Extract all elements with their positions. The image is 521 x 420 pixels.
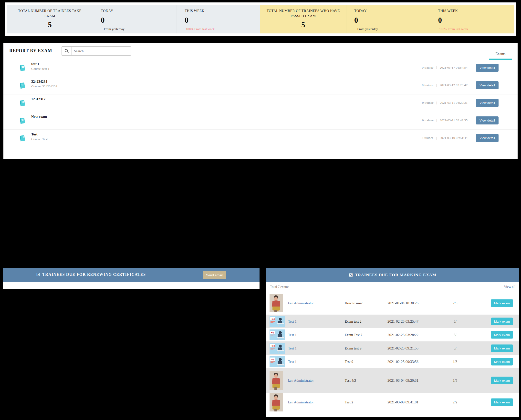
- marking-row: HQC Test 1 Test 9 2021-02-25 09:33:56 1/…: [266, 355, 519, 368]
- exam-date: 2021-03-12 03:20:47: [440, 83, 468, 87]
- exam-name: 12312312: [31, 97, 45, 101]
- book-icon: [18, 117, 27, 126]
- mark-exam-button[interactable]: Mark exam: [491, 331, 513, 338]
- exam-datetime: 2021-02-25 09:21:55: [387, 346, 418, 350]
- send-email-button[interactable]: Send email: [203, 271, 226, 279]
- stat-today-value: 0: [101, 16, 177, 25]
- renewing-panel-body: [3, 282, 260, 289]
- stat-week-value: 0: [438, 16, 514, 25]
- exam-row: Test Course: Test 1 trainee | 2021-03-10…: [3, 130, 518, 147]
- exam-row: 324234234 Course: 324234234 0 trainee | …: [3, 77, 518, 94]
- exam-score: 5/: [446, 346, 464, 350]
- stat-card-passed-exam: TOTAL NUMBER OF TRAINEES WHO HAVE PASSED…: [260, 5, 514, 33]
- course-logo-avatar: HQC: [270, 329, 285, 340]
- stat-passed-week: THIS WEEK 0 -100% From last week: [430, 5, 514, 33]
- mark-exam-button[interactable]: Mark exam: [491, 399, 513, 406]
- checkbox-icon: ☑: [349, 273, 353, 277]
- exam-date: 2021-03-11 04:20:31: [440, 101, 468, 104]
- stat-title: TOTAL NUMBER OF TRAINEES WHO HAVE PASSED…: [266, 8, 340, 19]
- trainee-name-link[interactable]: Test 1: [288, 346, 297, 350]
- book-icon: [18, 82, 27, 91]
- trainee-photo-avatar: [270, 393, 283, 411]
- trainee-name-link[interactable]: Test 1: [288, 333, 297, 337]
- exam-datetime: 2021-02-25 03:25:47: [387, 319, 418, 323]
- marking-exam-panel: ☑TRAINEES DUE FOR MARKING EXAM Total 7 e…: [266, 268, 519, 417]
- stat-week-change: -100% From last week: [185, 27, 260, 31]
- exam-title: Exam test 9: [345, 346, 361, 350]
- exam-course: Course: test 1: [31, 67, 49, 71]
- exam-search-input[interactable]: [72, 47, 131, 55]
- stat-week-change: -100% From last week: [438, 27, 514, 31]
- stats-bar: TOTAL NUMBER OF TRAINEES TAKE EXAM 5 TOD…: [5, 2, 516, 36]
- book-icon: [18, 134, 27, 143]
- stat-passed-total: TOTAL NUMBER OF TRAINEES WHO HAVE PASSED…: [260, 5, 346, 33]
- marking-summary: Total 7 exams View all: [266, 282, 519, 292]
- marking-title-text: TRAINEES DUE FOR MARKING EXAM: [355, 273, 436, 277]
- exam-title: Test 9: [345, 359, 353, 364]
- marking-row: ken Administrator Test 4/3 2021-03-04 09…: [266, 368, 519, 393]
- stat-today-label: TODAY: [101, 8, 177, 13]
- svg-text:HQC: HQC: [271, 345, 275, 347]
- exam-title: Test 2: [345, 400, 353, 404]
- exam-title: Exam Test 7: [345, 333, 362, 337]
- meta-separator: |: [436, 136, 437, 140]
- total-exams-label: Total 7 exams: [270, 285, 289, 289]
- mark-exam-button[interactable]: Mark exam: [491, 344, 513, 352]
- trainee-name-link[interactable]: Test 1: [288, 359, 297, 364]
- exam-name: test 1: [31, 62, 39, 66]
- mark-exam-button[interactable]: Mark exam: [491, 377, 513, 384]
- trainee-count: 0 trainee: [422, 83, 433, 87]
- stat-passed-today: TODAY 0 -- From yesterday: [346, 5, 430, 33]
- stat-today-change: -- From yesterday: [101, 27, 177, 31]
- view-detail-button[interactable]: View detail: [476, 134, 499, 142]
- exam-score: 1/3: [446, 359, 464, 364]
- exam-name: 324234234: [31, 80, 47, 84]
- view-detail-button[interactable]: View detail: [476, 99, 499, 107]
- exam-datetime: 2021-02-25 03:28:22: [387, 333, 418, 337]
- trainee-name-link[interactable]: Test 1: [288, 319, 297, 323]
- view-detail-button[interactable]: View detail: [476, 81, 499, 89]
- renewing-panel-header: ☑TRAINEES DUE FOR RENEWING CERTIFICATES …: [3, 268, 260, 282]
- exam-date: 2021-03-10 02:51:44: [440, 136, 468, 140]
- marking-row: ken Administrator Test 2 2021-03-09 09:4…: [266, 393, 519, 412]
- report-by-exam-panel: REPORT BY EXAM Exams test 1 Course: test…: [3, 43, 518, 159]
- meta-separator: |: [436, 66, 437, 69]
- trainee-name-link[interactable]: ken Administrator: [288, 301, 314, 305]
- checkbox-icon: ☑: [36, 272, 40, 277]
- marking-row: HQC Test 1 Exam test 9 2021-02-25 09:21:…: [266, 341, 519, 355]
- view-detail-button[interactable]: View detail: [476, 64, 499, 72]
- svg-text:HQC: HQC: [271, 318, 275, 320]
- marking-row: ken Administrator How to use? 2021-01-04…: [266, 292, 519, 315]
- stat-total-value: 5: [48, 20, 52, 29]
- trainee-photo-avatar: [270, 294, 283, 312]
- exam-meta: 0 trainee | 2021-03-17 01:54:54: [422, 66, 468, 70]
- mark-exam-button[interactable]: Mark exam: [491, 299, 513, 307]
- course-logo-avatar: HQC: [270, 316, 285, 327]
- marking-panel-header: ☑TRAINEES DUE FOR MARKING EXAM: [266, 268, 519, 282]
- exam-score: 5/: [446, 319, 464, 323]
- renewing-certificates-panel: ☑TRAINEES DUE FOR RENEWING CERTIFICATES …: [3, 268, 260, 289]
- exam-datetime: 2021-01-04 10:30:26: [387, 301, 418, 305]
- trainee-name-link[interactable]: ken Administrator: [288, 400, 314, 404]
- trainee-name-link[interactable]: ken Administrator: [288, 379, 314, 383]
- exam-meta: 0 trainee | 2021-03-11 04:20:31: [422, 101, 468, 105]
- exam-row: 12312312 0 trainee | 2021-03-11 04:20:31…: [3, 94, 518, 112]
- trainee-count: 0 trainee: [422, 101, 434, 104]
- exam-meta: 1 trainee | 2021-03-10 02:51:44: [422, 136, 468, 140]
- mark-exam-button[interactable]: Mark exam: [491, 318, 513, 325]
- trainee-photo-avatar: [270, 371, 283, 390]
- book-icon: [18, 99, 27, 108]
- exam-score: 2/2: [446, 400, 464, 404]
- stat-take-exam-total: TOTAL NUMBER OF TRAINEES TAKE EXAM 5: [7, 5, 93, 33]
- exam-title: Exam test 2: [345, 319, 361, 323]
- view-detail-button[interactable]: View detail: [476, 116, 499, 124]
- tab-exams[interactable]: Exams: [489, 52, 512, 56]
- exam-name: New exam: [31, 115, 47, 119]
- stat-today-change: -- From yesterday: [354, 27, 430, 31]
- report-title: REPORT BY EXAM: [9, 48, 52, 53]
- mark-exam-button[interactable]: Mark exam: [491, 358, 513, 365]
- exam-date: 2021-03-17 01:54:54: [440, 66, 468, 69]
- view-all-link[interactable]: View all: [504, 285, 515, 289]
- stat-card-take-exam: TOTAL NUMBER OF TRAINEES TAKE EXAM 5 TOD…: [7, 5, 260, 33]
- stat-take-exam-today: TODAY 0 -- From yesterday: [93, 5, 177, 33]
